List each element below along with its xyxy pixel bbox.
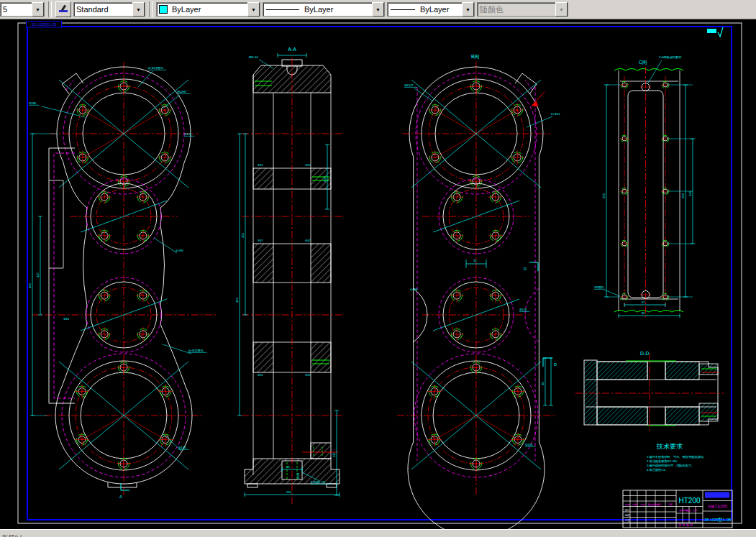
svg-text:标记: 标记 — [624, 503, 630, 506]
svg-text:2×M8锥销孔配作: 2×M8锥销孔配作 — [659, 55, 682, 60]
cad-application-window: 5 ▼ Standard ▼ ByLayer ▼ ByLayer ▼ ByLay… — [0, 0, 756, 537]
svg-text:252: 252 — [241, 232, 245, 238]
svg-text:工艺: 工艺 — [625, 519, 631, 522]
svg-text:日期: 日期 — [668, 503, 673, 506]
svg-text:处数: 处数 — [632, 503, 637, 506]
svg-text:Φ52: Φ52 — [305, 163, 311, 167]
svg-text:112: 112 — [332, 452, 336, 457]
svg-text:D-D: D-D — [640, 351, 649, 356]
svg-text:Φ47: Φ47 — [323, 175, 327, 182]
svg-text:设计: 设计 — [625, 508, 631, 512]
svg-text:Φ47: Φ47 — [305, 239, 311, 242]
svg-text:6×Φ11: 6×Φ11 — [551, 112, 560, 116]
chevron-down-icon[interactable]: ▼ — [132, 2, 145, 17]
view-c[interactable]: C向29525014657852×M8锥销孔配作Φ9通孔 — [594, 55, 695, 318]
svg-text:85: 85 — [642, 311, 645, 315]
brush-icon — [58, 5, 68, 14]
svg-text:A-A: A-A — [288, 47, 296, 52]
toolbar-separator — [149, 1, 152, 17]
color-swatch-icon — [159, 5, 168, 14]
svg-text:15-U20型1-05: 15-U20型1-05 — [32, 22, 57, 27]
lineweight-line-icon — [391, 9, 415, 10]
svg-text:分区: 分区 — [640, 503, 645, 506]
svg-text:6×M10-7H: 6×M10-7H — [311, 480, 325, 484]
roughness-symbol — [707, 27, 723, 37]
chevron-down-icon: ▼ — [555, 2, 568, 17]
cad-drawing[interactable]: 15-U20型1-056×Φ11通孔Φ180Φ62H7Φ1254×Φ96×Φ11… — [0, 20, 756, 530]
svg-text:4×Φ9: 4×Φ9 — [176, 249, 183, 252]
svg-text:Φ20: Φ20 — [296, 472, 300, 479]
svg-text:共 张 第 张: 共 张 第 张 — [678, 523, 693, 527]
svg-text:D: D — [524, 267, 527, 271]
frame-number-label[interactable]: 15-U20型1-05 — [27, 22, 62, 28]
svg-text:Φ47: Φ47 — [258, 239, 263, 242]
style-tool-button[interactable] — [55, 1, 71, 17]
title-block: HT200阶段标记重量比例共 张 第 张机械工程学院15-U20型1-05标记处… — [623, 490, 732, 528]
svg-text:Φ125: Φ125 — [519, 308, 527, 311]
svg-text:Φ62H7: Φ62H7 — [177, 90, 187, 93]
view-b[interactable]: B向Φ62J76×Φ11Φ1254×Φ9Φ15032DD66 — [397, 54, 560, 530]
svg-text:重量: 重量 — [686, 509, 691, 512]
named-view-value: 5 — [1, 5, 32, 14]
lineweight-value: ByLayer — [418, 5, 462, 14]
named-view-combo[interactable]: 5 ▼ — [0, 2, 45, 17]
svg-text:C向: C向 — [639, 60, 647, 65]
svg-text:392: 392 — [235, 297, 239, 303]
svg-text:32: 32 — [473, 259, 477, 262]
material-value: HT200 — [678, 497, 700, 505]
tech-requirements: 技术要求1.铸件不得有砂眼、气孔、裂纹等铸造缺陷。2.未注铸造圆角R2~R5。3… — [647, 443, 706, 472]
section-dd[interactable]: D-D — [575, 351, 724, 432]
svg-text:146: 146 — [688, 191, 692, 196]
svg-text:4×Φ9: 4×Φ9 — [410, 288, 418, 291]
section-aa[interactable]: A-AM8×16252392Φ47Φ52Φ52Φ47Φ47Φ52Φ5224Φ20… — [235, 47, 342, 504]
svg-text:Φ52: Φ52 — [305, 373, 311, 377]
svg-text:6×Φ11通孔: 6×Φ11通孔 — [148, 66, 164, 70]
svg-text:295: 295 — [602, 193, 606, 198]
chevron-down-icon[interactable]: ▼ — [462, 2, 474, 17]
svg-text:A: A — [119, 495, 122, 499]
svg-text:Φ125: Φ125 — [184, 132, 192, 136]
svg-text:24: 24 — [286, 465, 290, 469]
chevron-down-icon[interactable]: ▼ — [372, 2, 384, 17]
front-view[interactable]: 6×Φ11通孔Φ180Φ62H7Φ1254×Φ96×Φ11通孔Φ150Φ4039… — [28, 62, 216, 499]
plotstyle-combo: 随颜色 ▼ — [477, 2, 568, 17]
svg-text:审核: 审核 — [625, 513, 631, 517]
svg-text:57: 57 — [642, 300, 645, 304]
svg-text:250: 250 — [681, 193, 685, 198]
chevron-down-icon[interactable]: ▼ — [32, 2, 44, 17]
object-properties-toolbar: 5 ▼ Standard ▼ ByLayer ▼ ByLayer ▼ ByLay… — [0, 0, 756, 19]
drawing-number: 15-U20型1-05 — [704, 517, 732, 523]
svg-text:2.未注铸造圆角R2~R5。: 2.未注铸造圆角R2~R5。 — [647, 459, 680, 463]
layout-tab[interactable]: 布局2 / — [1, 533, 22, 537]
svg-text:签字: 签字 — [657, 503, 662, 506]
text-style-value: Standard — [74, 5, 132, 14]
svg-text:Φ40: Φ40 — [63, 317, 70, 321]
selected-part-name[interactable] — [705, 492, 729, 498]
svg-text:比例: 比例 — [693, 509, 697, 512]
linetype-combo[interactable]: ByLayer ▼ — [263, 2, 385, 17]
svg-text:137: 137 — [36, 272, 40, 277]
svg-text:Φ150: Φ150 — [525, 443, 533, 446]
chevron-down-icon[interactable]: ▼ — [247, 2, 260, 17]
svg-text:392: 392 — [28, 283, 32, 288]
sheet-frame — [18, 23, 742, 523]
svg-text:4.未注倒角C1。: 4.未注倒角C1。 — [647, 468, 668, 472]
drawing-canvas[interactable]: 15-U20型1-056×Φ11通孔Φ180Φ62H7Φ1254×Φ96×Φ11… — [0, 20, 756, 530]
svg-text:66: 66 — [541, 382, 545, 385]
plotstyle-value: 随颜色 — [478, 4, 555, 15]
linetype-value: ByLayer — [302, 5, 372, 14]
color-control-combo[interactable]: ByLayer ▼ — [156, 2, 260, 17]
svg-text:Φ9通孔: Φ9通孔 — [594, 285, 605, 289]
color-value: ByLayer — [170, 5, 247, 14]
linetype-line-icon — [266, 9, 299, 10]
svg-text:D: D — [554, 362, 557, 367]
svg-text:Φ52: Φ52 — [258, 373, 263, 377]
org-name: 机械工程学院 — [708, 504, 728, 508]
tech-req-title: 技术要求 — [656, 443, 683, 450]
svg-text:Φ62J7: Φ62J7 — [404, 83, 414, 87]
toolbar-separator — [48, 1, 52, 17]
svg-text:260: 260 — [286, 490, 292, 494]
text-style-combo[interactable]: Standard ▼ — [73, 2, 145, 17]
lineweight-combo[interactable]: ByLayer ▼ — [387, 2, 475, 17]
svg-text:Φ52: Φ52 — [258, 163, 263, 167]
